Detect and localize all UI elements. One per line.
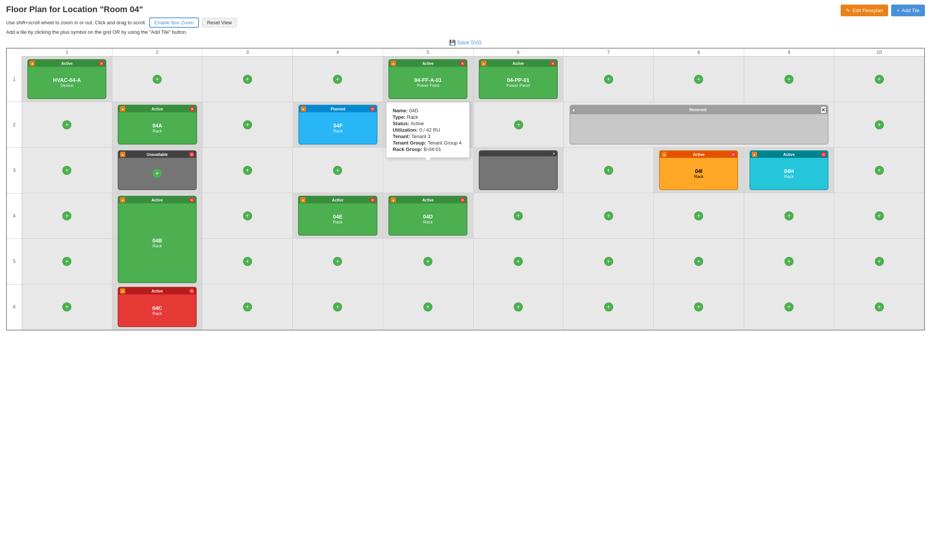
add-btn-4-1[interactable]: + — [62, 211, 71, 220]
add-btn-6-5[interactable]: + — [423, 302, 432, 311]
tile-unavailable-3-6[interactable]: ✕ — [479, 150, 558, 190]
cell-4-2: ▲ Active ✕ 04B Rack — [112, 193, 203, 238]
add-btn-4-3[interactable]: + — [243, 211, 252, 220]
tile-reserved-2[interactable]: ▲ Reserved ✕ — [570, 105, 828, 145]
add-btn-1-8[interactable]: + — [694, 75, 703, 84]
add-tile-button[interactable]: + Add Tile — [891, 5, 925, 16]
cell-4-3: + — [202, 193, 293, 238]
add-btn-5-5[interactable]: + — [423, 257, 432, 266]
add-btn-unavailable[interactable]: + — [153, 169, 162, 178]
add-btn-1-7[interactable]: + — [604, 75, 613, 84]
add-btn-6-3[interactable]: + — [243, 302, 252, 311]
add-btn-3-10[interactable]: + — [875, 166, 884, 175]
edit-floorplan-button[interactable]: ✎ Edit Floorplan — [841, 5, 888, 16]
add-btn-1-10[interactable]: + — [875, 75, 884, 84]
row-header-5: 5 — [7, 239, 22, 285]
cell-4-10: + — [834, 193, 924, 238]
add-btn-6-8[interactable]: + — [694, 302, 703, 311]
tile-04-ff-a-01-close[interactable]: ✕ — [460, 61, 465, 66]
add-btn-5-3[interactable]: + — [243, 257, 252, 266]
add-btn-6-4[interactable]: + — [333, 302, 342, 311]
tile-04f-close[interactable]: ✕ — [370, 106, 375, 112]
tile-04-pp-01-close[interactable]: ✕ — [550, 61, 555, 66]
tile-04h[interactable]: ▲ Active ✕ 04H Rack — [750, 150, 828, 190]
add-btn-2-10[interactable]: + — [875, 120, 884, 129]
tile-hvac-04-a-status: Active — [35, 61, 99, 66]
tile-04d[interactable]: ▲ Active ✕ 04D Rack — [388, 196, 467, 236]
add-btn-5-9[interactable]: + — [784, 257, 794, 266]
cell-5-1: + — [22, 239, 112, 284]
row-headers: 1 2 3 4 5 6 — [7, 57, 22, 330]
tile-04-pp-01-body: 04-PP-01 Power Panel — [480, 67, 557, 98]
add-btn-6-10[interactable]: + — [875, 302, 884, 311]
add-btn-5-7[interactable]: + — [604, 257, 613, 266]
cell-2-10: + — [834, 102, 924, 147]
tile-04c[interactable]: ▲ Active ✕ 04C Rack — [118, 287, 197, 327]
add-btn-5-4[interactable]: + — [333, 257, 342, 266]
tile-hvac-04-a-close[interactable]: ✕ — [99, 61, 104, 66]
tile-04i[interactable]: ▲ Active ✕ 04I Rack — [659, 150, 738, 190]
add-btn-6-7[interactable]: + — [604, 302, 613, 311]
status-corner-icon: ▲ — [120, 197, 125, 203]
tile-04e-close[interactable]: ✕ — [370, 197, 375, 203]
add-btn-1-4[interactable]: + — [333, 75, 342, 84]
add-btn-4-6[interactable]: + — [514, 211, 523, 220]
tile-04d-close[interactable]: ✕ — [460, 197, 465, 203]
tile-04f[interactable]: ▲ Planned ✕ 04F Rack — [298, 105, 377, 145]
tile-04-ff-a-01[interactable]: ▲ Active ✕ 04-FF-A-01 Power Feed — [388, 59, 467, 99]
tile-hvac-04-a[interactable]: ▲ Active ✕ HVAC-04-A Device — [27, 59, 106, 99]
tile-04c-close[interactable]: ✕ — [189, 288, 194, 294]
reset-view-button[interactable]: Reset View — [202, 18, 237, 27]
cell-3-3: + — [202, 148, 293, 193]
add-btn-5-1[interactable]: + — [62, 257, 71, 266]
status-corner-icon: ▲ — [481, 61, 486, 66]
tile-04b-close[interactable]: ✕ — [189, 197, 194, 203]
tile-reserved-body — [570, 114, 828, 144]
cell-5-8: + — [654, 239, 744, 284]
add-btn-5-8[interactable]: + — [694, 257, 703, 266]
tooltip-tenant: Tenant: Tenant 3 — [393, 134, 463, 139]
add-btn-4-7[interactable]: + — [604, 211, 613, 220]
add-btn-4-9[interactable]: + — [784, 211, 794, 220]
col-header-3: 3 — [202, 49, 293, 56]
cell-2-4: ▲ Planned ✕ 04F Rack — [293, 102, 383, 147]
add-btn-1-2[interactable]: + — [153, 75, 162, 84]
tile-04b[interactable]: ▲ Active ✕ 04B Rack — [118, 196, 197, 283]
tile-04e[interactable]: ▲ Active ✕ 04E Rack — [298, 196, 377, 236]
tile-04i-close[interactable]: ✕ — [731, 152, 736, 157]
add-btn-5-6[interactable]: + — [514, 257, 523, 266]
tile-04-pp-01-status: Active — [486, 61, 550, 66]
add-btn-6-1[interactable]: + — [62, 302, 71, 311]
tile-04-pp-01[interactable]: ▲ Active ✕ 04-PP-01 Power Panel — [479, 59, 558, 99]
add-btn-3-4[interactable]: + — [333, 166, 342, 175]
add-btn-6-6[interactable]: + — [514, 302, 523, 311]
tile-04b-body: 04B Rack — [118, 203, 196, 282]
status-corner-icon: ▲ — [391, 197, 396, 203]
tile-unavailable-close[interactable]: ✕ — [189, 152, 194, 157]
add-tile-hint: Add a tile by clicking the plus symbol o… — [6, 29, 925, 35]
add-btn-1-9[interactable]: + — [784, 75, 794, 84]
add-btn-5-10[interactable]: + — [875, 257, 884, 266]
tile-04c-type: Rack — [153, 311, 162, 316]
add-btn-1-3[interactable]: + — [243, 75, 252, 84]
add-btn-3-3[interactable]: + — [243, 166, 252, 175]
add-btn-4-8[interactable]: + — [694, 211, 703, 220]
add-btn-4-10[interactable]: + — [875, 211, 884, 220]
add-btn-2-1[interactable]: + — [62, 120, 71, 129]
add-btn-6-9[interactable]: + — [784, 302, 794, 311]
save-svg-button[interactable]: 💾 Save SVG — [449, 39, 482, 46]
cell-4-6: + — [473, 193, 564, 238]
add-btn-3-1[interactable]: + — [62, 166, 71, 175]
tile-hvac-04-a-name: HVAC-04-A — [53, 77, 81, 83]
tile-04a[interactable]: ▲ Active ✕ 04A Rack — [118, 105, 197, 145]
enable-box-zoom-button[interactable]: Enable Box Zoom — [149, 17, 199, 28]
add-btn-2-3[interactable]: + — [243, 120, 252, 129]
add-btn-2-6[interactable]: + — [514, 120, 523, 129]
tile-04h-close[interactable]: ✕ — [821, 152, 826, 157]
col-header-7: 7 — [563, 49, 654, 56]
tile-unavailable-3-2[interactable]: ▲ Unavailable ✕ + — [118, 150, 197, 190]
tile-04d-tooltip: Name: 04D Type: Rack Status: Active Util… — [386, 102, 470, 158]
tile-reserved-close[interactable]: ✕ — [821, 106, 826, 113]
add-btn-3-7[interactable]: + — [604, 166, 613, 175]
tile-04a-close[interactable]: ✕ — [189, 106, 195, 112]
